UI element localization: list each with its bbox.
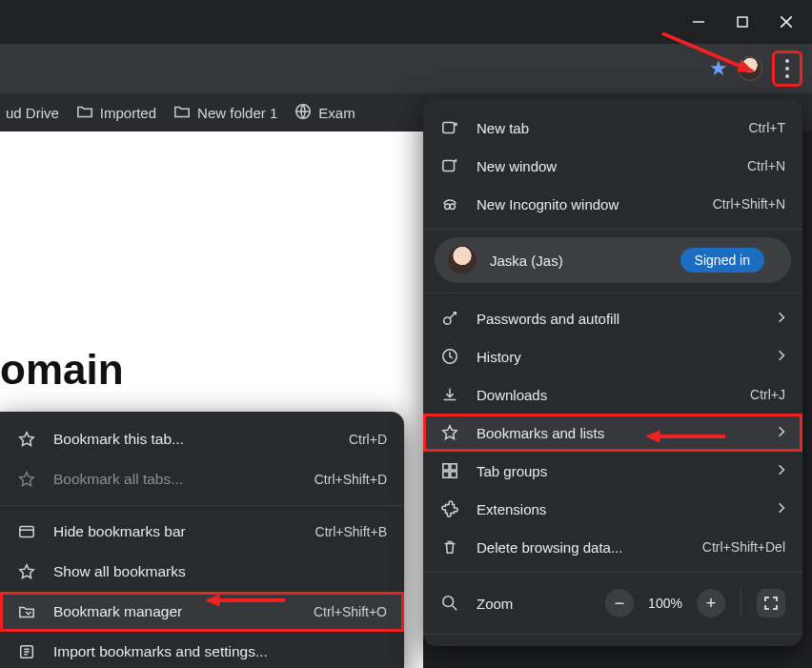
bookmark-bar-item[interactable]: Imported: [76, 103, 156, 123]
submenu-shortcut: Ctrl+D: [349, 432, 387, 447]
bookmark-star-icon[interactable]: ★: [709, 56, 728, 81]
menu-shortcut: Ctrl+Shift+N: [713, 196, 785, 212]
submenu-item-show-all-bookmarks[interactable]: Show all bookmarks: [0, 552, 404, 592]
submenu-label: Show all bookmarks: [53, 563, 387, 580]
chevron-right-icon: [778, 501, 785, 517]
svg-point-17: [444, 317, 451, 324]
chevron-right-icon: [778, 311, 785, 327]
menu-item-bookmarks-and-lists[interactable]: Bookmarks and lists: [423, 414, 802, 452]
fullscreen-button[interactable]: [757, 589, 785, 617]
menu-label: New Incognito window: [477, 196, 696, 213]
browser-toolbar: ★: [0, 44, 812, 93]
menu-profile-row[interactable]: Jaska (Jas) Signed in: [435, 237, 791, 283]
history-icon: [440, 348, 459, 365]
menu-label: Tab groups: [477, 463, 761, 479]
svg-rect-1: [738, 17, 747, 27]
bookmarks-submenu: Bookmark this tab... Ctrl+D Bookmark all…: [0, 412, 404, 668]
bookmark-label: ud Drive: [6, 105, 59, 121]
menu-label: Downloads: [477, 387, 733, 403]
download-icon: [440, 386, 459, 403]
submenu-item-import-bookmarks[interactable]: Import bookmarks and settings...: [0, 632, 404, 668]
svg-point-16: [450, 204, 455, 209]
zoom-controls: − 100% +: [605, 589, 785, 617]
bookmark-label: New folder 1: [197, 105, 277, 121]
window-close-button[interactable]: [764, 0, 808, 44]
new-tab-icon: [440, 119, 459, 136]
submenu-item-hide-bookmarks-bar[interactable]: Hide bookmarks bar Ctrl+Shift+B: [0, 512, 404, 552]
trash-icon: [440, 538, 459, 556]
submenu-label: Import bookmarks and settings...: [53, 643, 387, 660]
chevron-right-icon: [778, 349, 785, 365]
svg-rect-5: [20, 527, 33, 537]
menu-shortcut: Ctrl+T: [749, 120, 786, 135]
incognito-icon: [440, 195, 459, 213]
zoom-separator: [741, 589, 741, 617]
bookmark-bar-item[interactable]: Exam: [294, 103, 355, 123]
menu-separator: [423, 634, 802, 635]
menu-item-new-window[interactable]: New window Ctrl+N: [423, 147, 802, 185]
menu-item-new-tab[interactable]: New tab Ctrl+T: [423, 109, 802, 147]
svg-rect-19: [443, 464, 449, 470]
submenu-shortcut: Ctrl+Shift+D: [315, 472, 387, 487]
profile-avatar-button[interactable]: [738, 56, 762, 81]
menu-label: Passwords and autofill: [477, 311, 761, 327]
menu-label: History: [477, 349, 761, 365]
bookmark-bar-item[interactable]: ud Drive: [6, 105, 59, 121]
zoom-out-button[interactable]: −: [605, 589, 634, 617]
menu-item-extensions[interactable]: Extensions: [423, 490, 802, 528]
zoom-label: Zoom: [477, 596, 588, 612]
menu-separator: [423, 229, 802, 230]
submenu-shortcut: Ctrl+Shift+B: [315, 524, 387, 539]
profile-name: Jaska (Jas): [490, 253, 667, 269]
chrome-menu-button[interactable]: [772, 51, 802, 87]
menu-label: New tab: [477, 120, 732, 136]
menu-label: Extensions: [477, 501, 761, 517]
svg-rect-22: [451, 472, 457, 477]
bookmark-label: Exam: [318, 105, 355, 121]
menu-label: New window: [477, 158, 730, 174]
zoom-icon: [440, 595, 459, 612]
folder-icon: [173, 103, 191, 123]
svg-rect-20: [451, 464, 457, 470]
menu-item-downloads[interactable]: Downloads Ctrl+J: [423, 375, 802, 414]
kebab-icon: [785, 59, 789, 78]
submenu-item-bookmark-manager[interactable]: Bookmark manager Ctrl+Shift+O: [0, 592, 404, 632]
window-maximize-button[interactable]: [721, 0, 764, 44]
menu-zoom-row: Zoom − 100% +: [423, 578, 802, 628]
zoom-value: 100%: [643, 596, 687, 611]
zoom-in-button[interactable]: +: [697, 589, 725, 617]
bookmark-label: Imported: [100, 105, 156, 121]
window-minimize-button[interactable]: [677, 0, 721, 44]
menu-shortcut: Ctrl+J: [750, 387, 785, 402]
star-outline-icon: [17, 471, 36, 488]
svg-line-24: [453, 606, 457, 611]
new-window-icon: [440, 157, 459, 174]
submenu-item-bookmark-all-tabs[interactable]: Bookmark all tabs... Ctrl+Shift+D: [0, 459, 404, 499]
menu-item-new-incognito-window[interactable]: New Incognito window Ctrl+Shift+N: [423, 185, 802, 223]
bookmark-manager-icon: [17, 603, 36, 620]
menu-item-history[interactable]: History: [423, 337, 802, 375]
submenu-label: Bookmark manager: [53, 603, 296, 620]
menu-item-delete-browsing-data[interactable]: Delete browsing data... Ctrl+Shift+Del: [423, 528, 802, 566]
menu-shortcut: Ctrl+N: [747, 158, 785, 173]
submenu-separator: [0, 505, 404, 506]
svg-point-15: [445, 204, 450, 209]
tab-groups-icon: [440, 462, 459, 479]
menu-separator: [423, 572, 802, 573]
star-icon: [440, 424, 459, 441]
globe-icon: [294, 103, 312, 123]
signed-in-chip: Signed in: [680, 248, 764, 273]
page-heading: omain: [0, 346, 124, 394]
submenu-item-bookmark-this-tab[interactable]: Bookmark this tab... Ctrl+D: [0, 419, 404, 459]
chrome-main-menu: New tab Ctrl+T New window Ctrl+N New Inc…: [423, 99, 802, 646]
menu-item-tab-groups[interactable]: Tab groups: [423, 452, 802, 490]
svg-point-23: [443, 597, 454, 607]
svg-rect-14: [443, 161, 455, 172]
bookmark-bar-item[interactable]: New folder 1: [173, 103, 277, 123]
menu-shortcut: Ctrl+Shift+Del: [702, 539, 785, 555]
import-icon: [17, 643, 36, 660]
submenu-label: Hide bookmarks bar: [53, 523, 298, 540]
menu-label: Delete browsing data...: [477, 539, 685, 556]
svg-rect-11: [443, 123, 455, 133]
menu-item-passwords-autofill[interactable]: Passwords and autofill: [423, 299, 802, 337]
